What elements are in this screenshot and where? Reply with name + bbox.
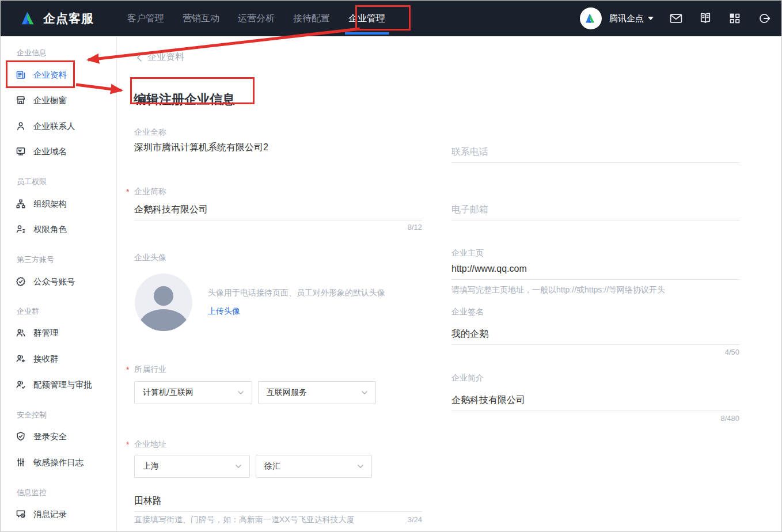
sidebar-item-login-security[interactable]: 登录安全 <box>16 424 67 449</box>
nav-item-marketing[interactable]: 营销互动 <box>173 1 229 36</box>
sidebar-item-label: 企业联系人 <box>33 121 75 132</box>
enterprise-avatar <box>135 273 192 331</box>
nav-item-customer-mgmt[interactable]: 客户管理 <box>118 1 173 36</box>
sidebar-item-quota-approval[interactable]: 配额管理与审批 <box>16 372 92 397</box>
message-log-icon <box>16 509 26 519</box>
homepage-label: 企业主页 <box>451 248 484 259</box>
nav-item-enterprise-mgmt[interactable]: 企业管理 <box>339 1 394 36</box>
street-counter: 3/24 <box>408 515 422 524</box>
sidebar-item-official-accounts[interactable]: 公众号账号 <box>16 269 75 294</box>
sidebar-section-staff-permissions: 员工权限 <box>17 176 47 188</box>
qidian-admin-page: 企点客服 客户管理 营销互动 运营分析 接待配置 企业管理 腾讯企点 <box>0 0 782 532</box>
avatar-silhouette-body <box>139 309 188 331</box>
sidebar-item-enterprise-showcase[interactable]: 企业橱窗 <box>16 88 67 113</box>
mail-icon[interactable] <box>669 12 683 25</box>
street-hint: 直接填写街道、门牌号，如：高新南一道XX号飞亚达科技大厦 <box>134 515 355 525</box>
sliders-icon <box>16 457 26 468</box>
phone-field <box>451 142 739 163</box>
short-name-counter: 8/12 <box>134 223 422 231</box>
sidebar-item-label: 群管理 <box>33 328 59 339</box>
email-field <box>451 199 739 221</box>
sidebar-item-group-management[interactable]: 群管理 <box>16 320 59 345</box>
short-name-label: * 企业简称 <box>134 187 166 197</box>
industry-secondary-value: 互联网服务 <box>267 387 307 398</box>
logout-icon[interactable] <box>757 12 771 25</box>
role-person-icon <box>16 224 26 234</box>
sidebar-item-permission-roles[interactable]: 权限角色 <box>16 216 67 242</box>
address-label: * 企业地址 <box>134 439 166 450</box>
person-icon <box>16 121 26 131</box>
street-footer: 直接填写街道、门牌号，如：高新南一道XX号飞亚达科技大厦 3/24 <box>134 515 422 525</box>
profile-field <box>451 389 739 411</box>
sidebar-item-label: 企业橱窗 <box>33 95 67 106</box>
sidebar: 企业信息 企业资料 企业橱窗 企业联系人 <box>1 36 117 531</box>
document-icon <box>16 70 26 80</box>
address-district-value: 徐汇 <box>264 461 280 472</box>
profile-input[interactable] <box>451 395 739 411</box>
signature-counter: 4/50 <box>451 348 739 356</box>
address-district-select[interactable]: 徐汇 <box>256 455 372 478</box>
full-name-value: 深圳市腾讯计算机系统有限公司2 <box>134 142 268 154</box>
avatar-silhouette-head <box>154 286 173 306</box>
back-label: 企业资料 <box>147 51 184 63</box>
industry-label: * 所属行业 <box>134 364 166 375</box>
back-link[interactable]: 企业资料 <box>136 51 184 63</box>
industry-primary-select[interactable]: 计算机/互联网 <box>134 381 252 404</box>
sidebar-item-label: 企业资料 <box>33 70 67 81</box>
street-input[interactable] <box>134 496 422 511</box>
profile-label: 企业简介 <box>451 373 484 383</box>
sidebar-item-label: 接收群 <box>33 354 59 364</box>
user-avatar[interactable] <box>580 7 602 29</box>
shield-check-icon <box>16 431 26 442</box>
apps-grid-icon[interactable] <box>728 12 742 25</box>
short-name-field <box>134 199 422 221</box>
chevron-down-icon <box>238 391 244 394</box>
sidebar-item-label: 公众号账号 <box>33 276 75 287</box>
sidebar-item-enterprise-contacts[interactable]: 企业联系人 <box>16 113 75 139</box>
sidebar-item-label: 登录安全 <box>33 431 67 442</box>
sidebar-section-enterprise-groups: 企业群 <box>17 306 39 317</box>
qidian-logo-icon <box>20 10 37 27</box>
nav-item-reception[interactable]: 接待配置 <box>284 1 339 36</box>
upload-avatar-link[interactable]: 上传头像 <box>208 306 240 317</box>
sidebar-item-label: 企业域名 <box>33 146 67 157</box>
signature-input[interactable] <box>451 329 739 344</box>
chevron-left-icon <box>136 53 142 62</box>
sidebar-item-sensitive-ops-log[interactable]: 敏感操作日志 <box>16 450 83 475</box>
group-approve-icon <box>16 379 26 390</box>
chevron-down-icon <box>236 465 241 468</box>
homepage-input[interactable] <box>451 264 739 279</box>
sidebar-item-org-structure[interactable]: 组织架构 <box>16 191 67 216</box>
brand[interactable]: 企点客服 <box>20 10 94 27</box>
active-tab-underline <box>345 32 389 35</box>
homepage-field <box>451 261 739 280</box>
phone-input[interactable] <box>451 147 739 162</box>
top-navbar: 企点客服 客户管理 营销互动 运营分析 接待配置 企业管理 腾讯企点 <box>1 1 781 36</box>
street-field <box>134 490 422 512</box>
domain-monitor-icon <box>16 146 26 157</box>
nav-item-operations[interactable]: 运营分析 <box>229 1 284 36</box>
sidebar-item-receive-groups[interactable]: 接收群 <box>16 346 59 371</box>
contacts-book-icon[interactable] <box>699 12 712 25</box>
avatar-label: 企业头像 <box>134 253 166 263</box>
nav-item-label: 企业管理 <box>348 13 385 23</box>
industry-primary-value: 计算机/互联网 <box>143 387 193 398</box>
org-chart-icon <box>16 199 26 209</box>
group-receive-icon <box>16 354 26 364</box>
user-name: 腾讯企点 <box>609 13 644 24</box>
user-menu[interactable]: 腾讯企点 <box>609 13 654 24</box>
avatar-hint: 头像用于电话接待页面、员工对外形象的默认头像 <box>208 288 385 298</box>
storefront-icon <box>16 95 26 105</box>
sidebar-item-label: 组织架构 <box>33 199 67 210</box>
sidebar-item-enterprise-domain[interactable]: 企业域名 <box>16 139 67 164</box>
sidebar-item-label: 敏感操作日志 <box>33 457 83 468</box>
sidebar-item-enterprise-profile[interactable]: 企业资料 <box>16 62 67 88</box>
short-name-input[interactable] <box>134 204 422 220</box>
address-province-select[interactable]: 上海 <box>134 455 250 478</box>
signature-field <box>451 323 739 345</box>
email-input[interactable] <box>451 204 739 220</box>
industry-secondary-select[interactable]: 互联网服务 <box>258 381 376 404</box>
full-name-label: 企业全称 <box>134 127 166 138</box>
sidebar-item-message-records[interactable]: 消息记录 <box>16 501 67 527</box>
sidebar-item-label: 配额管理与审批 <box>33 379 92 390</box>
